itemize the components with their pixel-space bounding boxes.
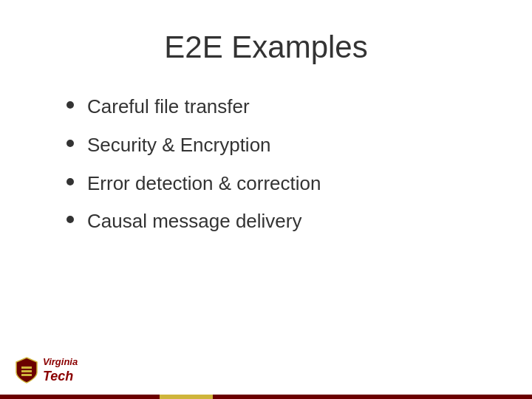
slide-title: E2E Examples: [44, 30, 488, 65]
list-item: Security & Encryption: [66, 133, 488, 158]
logo-virginia-text: Virginia: [43, 356, 78, 367]
bottom-decorative-line: [0, 395, 532, 399]
svg-rect-0: [21, 366, 32, 369]
bullet-list: Careful file transfer Security & Encrypt…: [66, 95, 488, 248]
bullet-dot: [66, 140, 74, 147]
svg-rect-1: [21, 370, 32, 372]
bullet-text-4: Causal message delivery: [87, 209, 301, 234]
line-gold: [160, 395, 213, 399]
line-maroon-right: [213, 395, 532, 399]
bullet-dot: [66, 216, 74, 223]
bullet-text-1: Careful file transfer: [87, 95, 250, 120]
virginia-tech-logo: Virginia Tech: [15, 356, 78, 384]
bullet-dot: [66, 178, 74, 185]
list-item: Causal message delivery: [66, 209, 488, 234]
bullet-text-3: Error detection & correction: [87, 171, 321, 197]
list-item: Careful file transfer: [66, 95, 488, 120]
logo-text-container: Virginia Tech: [43, 356, 78, 384]
list-item: Error detection & correction: [66, 171, 488, 197]
bullet-text-2: Security & Encryption: [87, 133, 271, 158]
svg-rect-2: [21, 374, 32, 376]
line-maroon-left: [0, 395, 160, 399]
slide: E2E Examples Careful file transfer Secur…: [0, 0, 532, 399]
shield-icon: [15, 356, 38, 384]
bullet-dot: [66, 101, 74, 109]
logo-tech-text: Tech: [43, 369, 73, 384]
